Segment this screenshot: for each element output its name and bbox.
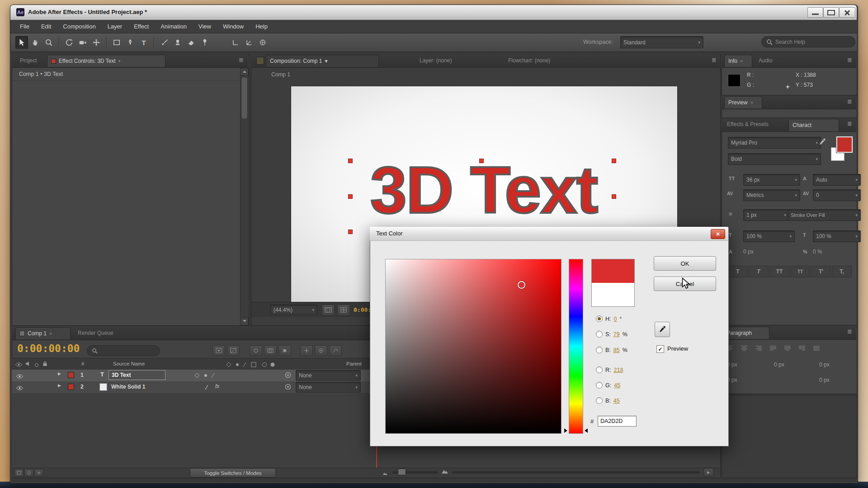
font-style-dropdown[interactable]: Bold ▾ (728, 153, 821, 165)
justify-last-right-icon[interactable] (798, 344, 806, 352)
menu-file[interactable]: File (14, 20, 35, 33)
hue-slider-marker-left[interactable] (564, 428, 567, 433)
tab-info[interactable]: Info × (724, 55, 752, 67)
tab-close-icon[interactable]: × (49, 331, 52, 336)
selection-handle[interactable] (348, 230, 353, 234)
tab-close-icon[interactable]: × (740, 58, 743, 64)
timeline-scrollbar-track[interactable] (452, 471, 700, 474)
fx-switch[interactable]: fx (215, 383, 219, 389)
saturation-brightness-field[interactable] (385, 259, 561, 434)
red-radio[interactable] (596, 366, 603, 373)
tab-timeline-comp[interactable]: Comp 1 × (15, 327, 71, 339)
brainstorm-button[interactable] (300, 345, 313, 356)
blue-value[interactable]: 45 (613, 398, 620, 404)
column-source-name[interactable]: Source Name (113, 361, 145, 366)
canvas-text[interactable]: 3D Text (291, 152, 677, 233)
zoom-out-mountain-icon[interactable] (382, 469, 388, 477)
hex-input[interactable]: DA2D2D (598, 416, 637, 427)
scroll-down-button[interactable] (240, 317, 249, 325)
parent-pickwhip-icon[interactable] (285, 372, 291, 380)
zoom-in-mountain-icon[interactable] (441, 468, 448, 476)
zoom-tool-icon[interactable] (42, 36, 55, 49)
menu-animation[interactable]: Animation (155, 20, 193, 33)
workspace-dropdown[interactable]: Standard ▾ (620, 36, 703, 48)
eyedropper-icon[interactable] (818, 138, 826, 148)
brightness-radio[interactable] (596, 347, 603, 353)
eye-icon[interactable] (16, 384, 23, 392)
small-caps-button[interactable]: TT (790, 266, 810, 277)
layer-switches-icons[interactable] (194, 372, 226, 380)
parent-dropdown[interactable]: None ▾ (296, 382, 361, 393)
parent-pickwhip-icon[interactable] (285, 384, 291, 392)
expand-in-out-button[interactable] (34, 469, 43, 477)
green-value[interactable]: 45 (614, 382, 620, 389)
baseline-shift-value[interactable]: 0 px (743, 249, 754, 255)
expander-icon[interactable]: ▶ (58, 371, 61, 376)
horizontal-scale-dropdown[interactable]: 100 % ▾ (813, 230, 861, 242)
hue-radio[interactable] (596, 315, 603, 322)
kerning-dropdown[interactable]: Metrics ▾ (743, 189, 800, 201)
view-axis-mode-icon[interactable] (256, 36, 269, 49)
tab-flowchart[interactable]: Flowchart: (none) (508, 57, 550, 64)
menu-edit[interactable]: Edit (35, 20, 57, 33)
pen-tool-icon[interactable] (124, 36, 137, 49)
selection-tool-icon[interactable] (15, 36, 28, 49)
menu-view[interactable]: View (193, 20, 217, 33)
menu-help[interactable]: Help (250, 20, 274, 33)
quality-switch-icon[interactable] (204, 384, 209, 392)
scroll-right-button[interactable]: ▶ (703, 468, 713, 476)
grid-guides-button[interactable] (337, 305, 350, 315)
red-value[interactable]: 218 (614, 367, 623, 373)
blue-radio[interactable] (596, 397, 603, 404)
tab-effect-controls[interactable]: Effect Controls: 3D Text ▾ (47, 55, 165, 67)
comp-mini-flowchart-button[interactable] (212, 345, 225, 356)
layer-color-chip[interactable] (68, 372, 74, 378)
panel-menu-icon[interactable]: ≣ (239, 56, 244, 63)
selection-handle[interactable] (479, 159, 484, 163)
justify-last-left-icon[interactable] (769, 344, 777, 352)
motion-blur-button[interactable] (278, 345, 291, 356)
ok-button[interactable]: OK (654, 256, 716, 271)
justify-last-center-icon[interactable] (784, 344, 791, 352)
tab-layer[interactable]: Layer: (none) (420, 57, 452, 64)
fill-color-swatch[interactable] (836, 136, 853, 153)
help-search-input[interactable]: Search Help (761, 36, 855, 47)
tab-project[interactable]: Project (20, 57, 37, 64)
scroll-up-button[interactable] (240, 68, 249, 76)
selection-handle[interactable] (612, 194, 616, 199)
dialog-title-bar[interactable]: Text Color (370, 227, 728, 241)
panel-menu-icon[interactable]: ≣ (712, 56, 717, 63)
green-radio[interactable] (596, 382, 603, 389)
draft-3d-button[interactable] (227, 345, 240, 356)
auto-keyframe-button[interactable] (315, 345, 327, 356)
mask-shape-tool-icon[interactable] (110, 36, 123, 49)
eyedropper-button[interactable] (655, 322, 670, 337)
dialog-close-button[interactable]: ✕ (711, 229, 725, 239)
magnification-dropdown[interactable]: (44.4%) ▾ (270, 305, 317, 315)
scrollbar-thumb[interactable] (241, 77, 248, 119)
saturation-radio[interactable] (596, 331, 603, 338)
tsume-value[interactable]: 0 % (813, 249, 822, 255)
space-before-value[interactable]: 0 px (774, 361, 784, 368)
tab-character[interactable]: Charact (788, 119, 839, 131)
timeline-search-input[interactable] (87, 345, 160, 356)
superscript-button[interactable]: T' (811, 266, 831, 277)
faux-bold-button[interactable]: T (728, 266, 748, 277)
hue-value[interactable]: 0 (614, 316, 617, 322)
all-caps-button[interactable]: TT (769, 266, 789, 277)
align-center-icon[interactable] (741, 344, 748, 352)
brightness-value[interactable]: 85 (613, 347, 620, 353)
close-button[interactable] (839, 7, 855, 18)
graph-editor-button[interactable] (329, 345, 342, 356)
selection-handle[interactable] (348, 194, 353, 199)
tab-composition[interactable]: Composition: Comp 1 ▾ (266, 55, 379, 67)
tab-audio[interactable]: Audio (759, 57, 773, 64)
column-parent[interactable]: Parent (346, 361, 362, 366)
clone-stamp-tool-icon[interactable] (171, 36, 184, 49)
brush-tool-icon[interactable] (158, 36, 170, 49)
indent-right-value[interactable]: 0 px (819, 361, 830, 368)
subscript-button[interactable]: T, (832, 266, 852, 277)
column-index[interactable]: # (81, 361, 84, 366)
space-after-value[interactable]: 0 px (819, 377, 830, 383)
puppet-pin-tool-icon[interactable] (198, 36, 211, 49)
